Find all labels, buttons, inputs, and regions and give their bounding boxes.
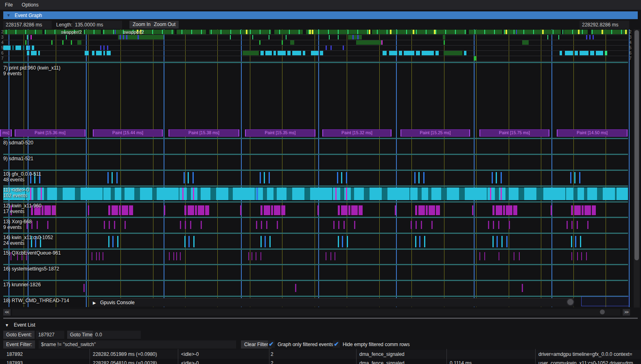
timeline-segment — [3, 46, 11, 50]
vblank-marker-yellow — [476, 29, 477, 307]
start-time-input[interactable]: 228157.8286 ms — [3, 21, 52, 29]
timeline-segment — [129, 205, 133, 215]
end-time-input[interactable]: 228292.8286 ms — [580, 21, 629, 29]
timeline-segment — [404, 51, 414, 55]
pane-splitter[interactable] — [3, 318, 638, 319]
column-divider — [178, 349, 178, 364]
vblank-marker-yellow — [217, 29, 218, 307]
timeline-tick — [575, 236, 576, 247]
timeline-tick — [256, 187, 258, 200]
timeline-tick — [580, 236, 581, 247]
timeline-tick — [312, 30, 313, 34]
timeline-tick — [357, 30, 358, 34]
console-knob[interactable] — [567, 298, 574, 306]
timeline-tick — [369, 30, 370, 34]
paint-bar[interactable]: Paint [15.32 ms] — [322, 129, 392, 137]
timeline-segment — [590, 51, 594, 55]
timeline-tick — [269, 35, 269, 39]
timeline-segment — [580, 51, 588, 55]
goto-event-input[interactable]: 187927 — [36, 331, 64, 339]
timeline-segment — [395, 205, 396, 215]
timeline-segment — [273, 51, 276, 55]
row-label: 18) RTW_CMD_THREAD-714 — [3, 298, 69, 303]
goto-time-input[interactable]: 0.0 — [93, 331, 141, 339]
collapse-triangle-icon: ▼ — [5, 323, 9, 327]
expand-triangle-icon[interactable]: ▶ — [93, 300, 96, 305]
timeline-tick — [117, 236, 118, 247]
timeline-tick — [252, 252, 252, 260]
table-row[interactable]: 187892228282.051989 ms (+0.0980)<idle>-0… — [0, 350, 641, 359]
vblank-marker-yellow — [185, 29, 186, 307]
timeline-tick — [188, 172, 189, 183]
mini-row-divider — [3, 35, 628, 35]
paint-bar[interactable]: Paint [15.75 ms] — [479, 129, 549, 137]
timeline-segment — [140, 187, 152, 200]
menu-file[interactable]: File — [5, 2, 13, 8]
timeline-segment — [351, 205, 358, 215]
graph-only-filtered-checkbox[interactable]: ✔ — [268, 340, 275, 348]
horizontal-scrollbar-knob[interactable] — [600, 310, 605, 314]
timeline-tick — [406, 30, 407, 34]
timeline-tick — [587, 221, 588, 229]
timeline-tick — [593, 35, 594, 39]
timeline-segment — [191, 187, 197, 200]
timeline-segment — [184, 205, 186, 215]
zoom-in-button[interactable]: Zoom In — [129, 21, 154, 28]
timeline-segment — [333, 187, 340, 200]
table-cell: 228282.051989 ms (+0.0980) — [93, 351, 157, 357]
vertical-scrollbar-thumb[interactable] — [634, 30, 639, 260]
timeline-segment — [233, 187, 255, 200]
timeline-segment — [416, 51, 420, 55]
column-divider — [269, 349, 269, 364]
timeline-tick — [578, 30, 580, 34]
paint-bar[interactable]: Paint [15.35 ms] — [245, 129, 315, 137]
row-number-right: 4 — [629, 40, 632, 45]
timeline-tick — [83, 284, 85, 292]
gpuvis-console-bar[interactable]: ▶Gpuvis Console — [89, 298, 574, 307]
event-graph-toolbar: 228157.8286 ms Length: 135.0000 ms Zoom … — [0, 21, 641, 29]
scroll-left-button[interactable]: << — [3, 309, 11, 316]
paint-bar[interactable]: Paint [15.25 ms] — [400, 129, 470, 137]
timeline-tick — [246, 30, 247, 34]
timeline-segment — [578, 187, 584, 200]
timeline-tick — [162, 30, 163, 34]
length-input[interactable]: 135.0000 ms — [72, 21, 122, 29]
event-filter-input[interactable]: $name != "sched_switch" — [39, 340, 236, 349]
timeline-segment — [524, 187, 536, 200]
timeline-tick — [266, 221, 267, 229]
row-label: 7) print pid:960 (kwin_x11) 9 events — [3, 65, 61, 76]
event-list-table[interactable]: 187892228282.051989 ms (+0.0980)<idle>-0… — [0, 349, 641, 364]
timeline-tick — [506, 236, 508, 247]
zoom-out-button[interactable]: Zoom Out — [151, 21, 179, 28]
paint-bar[interactable]: Paint [15.38 ms] — [168, 129, 239, 137]
horizontal-scrollbar[interactable]: << >> — [0, 309, 641, 316]
scroll-right-button[interactable]: >> — [623, 309, 630, 316]
vertical-scrollbar[interactable] — [634, 29, 640, 307]
menu-options[interactable]: Options — [22, 2, 38, 8]
paint-bar[interactable]: Paint [14.50 ms] — [557, 129, 628, 137]
horizontal-scrollbar-track[interactable] — [12, 309, 620, 316]
timeline-tick — [416, 221, 417, 229]
row-number-left: 7 — [1, 56, 4, 61]
hide-empty-rows-checkbox[interactable]: ✔ — [333, 340, 340, 348]
clear-filter-button[interactable]: Clear Filter — [241, 340, 271, 349]
table-row[interactable]: 187893228282.054810 ms (+0.0028)<idle>-0… — [0, 359, 641, 364]
paint-bar[interactable]: ms] — [0, 129, 12, 137]
vblank-marker-blue — [396, 29, 397, 307]
column-divider — [90, 349, 90, 364]
event-graph-header[interactable]: ▼ Event Graph — [3, 11, 638, 19]
timeline-segment — [38, 51, 40, 55]
row-label: 9) sdma1-521 — [3, 156, 33, 161]
paint-bar[interactable]: Paint [15.44 ms] — [93, 129, 163, 137]
timeline-segment — [370, 187, 382, 200]
timeline-tick — [514, 30, 514, 34]
timeline-graph[interactable]: 7) print pid:960 (kwin_x11) 9 events8) s… — [0, 29, 641, 307]
timeline-segment — [464, 51, 466, 55]
paint-bar[interactable]: Paint [15.36 ms] — [15, 129, 85, 137]
event-list-header[interactable]: ▼ Event List — [3, 321, 638, 329]
row-number-left: 4 — [1, 40, 4, 45]
table-cell: dma_fence_signaled — [359, 351, 405, 357]
timeline-tick — [335, 187, 337, 200]
vblank-marker-yellow — [573, 29, 574, 307]
timeline-tick — [269, 30, 270, 34]
